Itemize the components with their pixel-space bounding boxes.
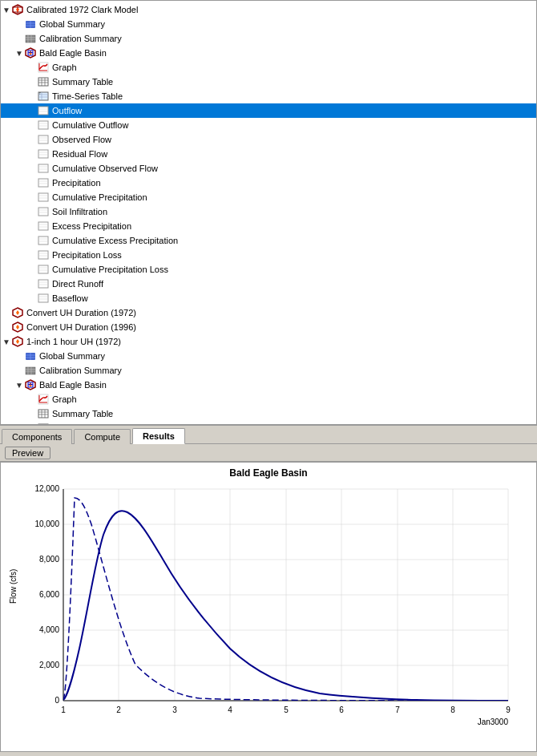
tree-item-graph-1[interactable]: Graph [1, 60, 536, 75]
calib-icon [25, 32, 38, 45]
svg-marker-88 [29, 382, 32, 387]
data-icon [38, 220, 50, 232]
tree-item-label: Calibration Summary [39, 34, 122, 43]
tree-item-label: Precipitation [52, 178, 101, 188]
svg-text:2: 2 [116, 705, 121, 714]
tree-item-precip-loss-1[interactable]: Precipitation Loss [1, 248, 536, 262]
tree-item-observed-flow-1[interactable]: Observed Flow [1, 132, 536, 147]
tree-item-label: Summary Table [52, 409, 113, 418]
tab-compute[interactable]: Compute [74, 429, 131, 444]
svg-text:8: 8 [450, 705, 455, 714]
tree-item-cum-precip-loss-1[interactable]: Cumulative Precipitation Loss [1, 262, 536, 277]
tree-item-label: Graph [52, 63, 77, 72]
data-icon [38, 191, 50, 204]
tree-item-bald-eagle-1[interactable]: ▼ Bald Eagle Basin [1, 46, 536, 60]
svg-text:0: 0 [55, 696, 59, 705]
tree-item-outflow-1[interactable]: Outflow [1, 103, 536, 118]
expand-toggle[interactable]: ▼ [1, 6, 12, 14]
tree-item-label: Baseflow [52, 293, 88, 303]
svg-text:9: 9 [506, 705, 511, 714]
tree-item-precipitation-1[interactable]: Precipitation [1, 176, 536, 190]
tree-item-cum-outflow-1[interactable]: Cumulative Outflow [1, 118, 536, 132]
tree-item-label: Excess Precipitation [52, 221, 131, 231]
svg-text:Jan3000: Jan3000 [478, 718, 509, 726]
svg-text:6: 6 [339, 705, 344, 714]
svg-rect-42 [38, 164, 48, 172]
tree-item-label: Graph [52, 394, 77, 404]
svg-text:2,000: 2,000 [39, 661, 59, 669]
basin-icon [25, 378, 38, 391]
tree-item-calib-summary-1[interactable]: Calibration Summary [1, 31, 536, 46]
tree-item-label: Bald Eagle Basin [39, 380, 107, 390]
tree-item-baseflow-1[interactable]: Baseflow [1, 291, 536, 305]
tree-item-label: 1-inch 1 hour UH (1972) [26, 337, 121, 346]
y-axis-label: Flow (cfs) [9, 569, 18, 604]
tabs-bar: ComponentsComputeResults [0, 425, 537, 444]
graph-icon [38, 393, 50, 406]
tree-item-summary-table-2[interactable]: Summary Table [1, 406, 536, 421]
data-icon [38, 162, 50, 175]
tree-item-global-summary-2[interactable]: Global Summary [1, 349, 536, 363]
global-icon [25, 350, 38, 362]
convert-icon [12, 306, 25, 319]
tree-item-cum-excess-precip-1[interactable]: Cumulative Excess Precipitation [1, 233, 536, 248]
svg-rect-51 [38, 208, 48, 216]
svg-rect-45 [38, 179, 48, 187]
tab-components[interactable]: Components [2, 429, 72, 444]
tree-item-excess-precip-1[interactable]: Excess Precipitation [1, 219, 536, 233]
svg-marker-73 [16, 310, 19, 315]
expand-toggle[interactable]: ▼ [14, 381, 25, 390]
expand-toggle[interactable]: ▼ [1, 338, 12, 346]
svg-text:T: T [39, 92, 41, 95]
tree-item-label: Residual Flow [52, 149, 107, 159]
svg-text:6,000: 6,000 [39, 590, 59, 599]
tree-item-label: Convert UH Duration (1996) [26, 322, 136, 332]
global-icon [25, 18, 38, 30]
tab-results[interactable]: Results [132, 428, 185, 444]
svg-rect-60 [38, 251, 48, 259]
basin-icon [25, 46, 38, 59]
data-icon [38, 234, 50, 247]
tree-item-label: Cumulative Outflow [52, 120, 128, 130]
tree-item-convert-uh-1972[interactable]: Convert UH Duration (1972) [1, 305, 536, 320]
preview-button[interactable]: Preview [5, 447, 50, 459]
data-icon [38, 148, 50, 160]
convert-icon [12, 321, 25, 334]
tree-item-graph-2[interactable]: Graph [1, 392, 536, 406]
table-icon [38, 407, 50, 420]
tree-item-cum-precip-1[interactable]: Cumulative Precipitation [1, 190, 536, 204]
tree-item-label: Calibration Summary [39, 366, 122, 375]
data-icon [38, 133, 50, 146]
tree-item-bald-eagle-2[interactable]: ▼ Bald Eagle Basin [1, 378, 536, 392]
tree-item-global-summary-1[interactable]: Global Summary [1, 17, 536, 31]
chart-title: Bald Eagle Basin [1, 463, 536, 480]
svg-rect-66 [38, 280, 48, 288]
tree-item-label: Global Summary [39, 351, 105, 361]
tree-item-convert-uh-1996[interactable]: Convert UH Duration (1996) [1, 320, 536, 334]
tree-item-label: Global Summary [39, 19, 105, 29]
data-icon [38, 205, 50, 218]
tree-item-uh-1inch-1972[interactable]: ▼ 1-inch 1 hour UH (1972) [1, 334, 536, 349]
svg-rect-112 [63, 488, 508, 701]
svg-text:4: 4 [228, 705, 232, 714]
tree-item-label: Direct Runoff [52, 279, 103, 289]
tree-item-summary-table-1[interactable]: Summary Table [1, 75, 536, 89]
tree-item-calib-summary-2[interactable]: Calibration Summary [1, 363, 536, 378]
tree-panel[interactable]: ▼ Calibrated 1972 Clark Model [0, 0, 537, 425]
tree-item-label: Cumulative Excess Precipitation [52, 236, 178, 245]
tree-item-cum-obs-flow-1[interactable]: Cumulative Observed Flow [1, 161, 536, 176]
calib-icon [25, 364, 38, 377]
tree-item-calibrated-1972[interactable]: ▼ Calibrated 1972 Clark Model [1, 2, 536, 17]
tree-item-soil-infil-1[interactable]: Soil Infiltration [1, 204, 536, 219]
tree-item-ts-table-1[interactable]: T Time-Series Table [1, 89, 536, 103]
svg-text:8,000: 8,000 [39, 555, 59, 564]
svg-rect-54 [38, 222, 48, 230]
expand-toggle[interactable]: ▼ [14, 49, 25, 58]
svg-rect-9 [26, 35, 35, 42]
uh-icon [12, 335, 25, 348]
graph-icon [38, 61, 50, 74]
tree-item-label: Bald Eagle Basin [39, 48, 107, 58]
svg-rect-48 [38, 193, 48, 201]
tree-item-residual-flow-1[interactable]: Residual Flow [1, 147, 536, 161]
tree-item-direct-runoff-1[interactable]: Direct Runoff [1, 277, 536, 291]
